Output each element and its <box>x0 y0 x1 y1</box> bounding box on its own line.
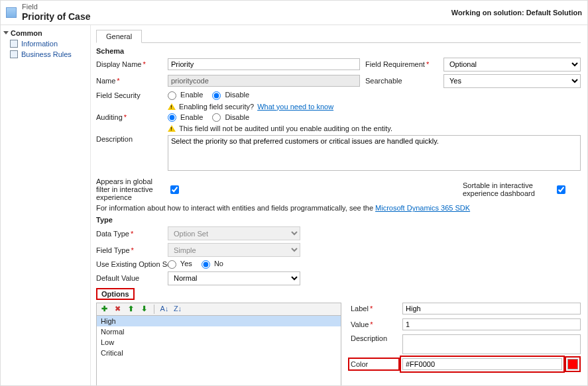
label-data-type: Data Type* <box>96 230 162 238</box>
option-label-input[interactable] <box>402 303 581 314</box>
use-existing-no[interactable]: No <box>202 260 223 269</box>
header: Field Priority of Case Working on soluti… <box>1 1 587 25</box>
section-options: Options <box>96 288 135 300</box>
rules-icon <box>10 50 18 58</box>
label-default-value: Default Value <box>96 274 162 282</box>
description-textarea[interactable] <box>168 135 581 171</box>
label-use-existing: Use Existing Option Set <box>96 260 162 268</box>
sidebar-item-business-rules[interactable]: Business Rules <box>1 49 90 60</box>
header-text: Field Priority of Case <box>22 3 451 23</box>
sidebar-item-label: Information <box>21 40 58 48</box>
label-option-description: Description <box>351 334 397 342</box>
sidebar-group-common[interactable]: Common <box>1 28 90 38</box>
solution-label: Working on solution: Default Solution <box>451 9 582 17</box>
field-security-disable[interactable]: Disable <box>212 91 249 100</box>
default-value-select[interactable]: Normal <box>168 271 300 285</box>
label-auditing: Auditing* <box>96 113 162 121</box>
label-field-type: Field Type* <box>96 246 162 254</box>
fs-info-text: Enabling field security? <box>179 103 254 111</box>
main: General Schema Display Name* Field Requi… <box>91 25 587 386</box>
field-security-enable[interactable]: Enable <box>168 91 203 100</box>
options-panel: ✚ ✖ ⬆ ⬇ A↓ Z↓ HighNormalLowCritical <box>96 303 341 386</box>
option-item[interactable]: High <box>97 316 341 326</box>
option-move-down-button[interactable]: ⬇ <box>139 305 148 314</box>
breadcrumb: Field <box>22 3 451 11</box>
audit-info-text: This field will not be audited until you… <box>179 124 392 132</box>
label-global-filter: Appears in global filter in interactive … <box>96 177 162 201</box>
sidebar: Common Information Business Rules <box>1 25 91 386</box>
label-description: Description <box>96 135 162 143</box>
sortable-checkbox[interactable] <box>557 185 565 194</box>
label-option-color: Color <box>351 360 397 368</box>
searchable-select[interactable]: Yes <box>443 74 581 88</box>
field-requirement-select[interactable]: Optional <box>443 58 581 72</box>
section-type: Type <box>96 216 581 224</box>
option-details: Label* Value* Description Color <box>351 303 581 386</box>
sidebar-item-information[interactable]: Information <box>1 38 90 49</box>
label-sortable: Sortable in interactive experience dashb… <box>463 181 549 197</box>
auditing-enable[interactable]: Enable <box>168 113 203 122</box>
label-name: Name* <box>96 77 162 85</box>
sidebar-item-label: Business Rules <box>21 50 72 58</box>
page-title: Priority of Case <box>22 11 451 23</box>
label-searchable: Searchable <box>365 77 438 85</box>
info-icon <box>10 40 18 48</box>
section-schema: Schema <box>96 47 581 55</box>
label-field-requirement: Field Requirement* <box>365 60 438 68</box>
display-name-input[interactable] <box>168 58 360 70</box>
option-move-up-button[interactable]: ⬆ <box>126 305 135 314</box>
auditing-disable[interactable]: Disable <box>212 113 249 122</box>
label-option-label: Label* <box>351 305 397 313</box>
option-delete-button[interactable]: ✖ <box>113 305 122 314</box>
sidebar-group-label: Common <box>11 29 42 37</box>
global-filter-checkbox[interactable] <box>170 185 179 194</box>
option-value-input[interactable] <box>402 318 581 330</box>
name-input <box>168 75 360 87</box>
option-sort-asc-button[interactable]: A↓ <box>160 305 169 314</box>
label-field-security: Field Security <box>96 91 162 99</box>
label-option-value: Value* <box>351 320 397 328</box>
options-list[interactable]: HighNormalLowCritical <box>96 315 341 386</box>
warning-icon <box>168 125 176 132</box>
sdk-info: For information about how to interact wi… <box>96 204 581 212</box>
option-color-input[interactable] <box>402 358 562 370</box>
field-type-select: Simple <box>168 243 300 257</box>
entity-icon <box>6 7 17 18</box>
options-toolbar: ✚ ✖ ⬆ ⬇ A↓ Z↓ <box>96 303 341 315</box>
sdk-link[interactable]: Microsoft Dynamics 365 SDK <box>375 204 470 212</box>
tab-bar: General <box>96 29 581 43</box>
label-display-name: Display Name* <box>96 60 162 68</box>
option-item[interactable]: Critical <box>97 348 341 358</box>
option-color-swatch[interactable] <box>567 359 578 369</box>
use-existing-yes[interactable]: Yes <box>168 260 192 269</box>
option-item[interactable]: Normal <box>97 326 341 337</box>
tab-general[interactable]: General <box>96 30 142 43</box>
option-description-textarea[interactable] <box>402 334 581 354</box>
option-sort-desc-button[interactable]: Z↓ <box>173 305 182 314</box>
fs-info-link[interactable]: What you need to know <box>257 103 333 111</box>
warning-icon <box>168 103 176 110</box>
data-type-select: Option Set <box>168 226 300 240</box>
option-item[interactable]: Low <box>97 337 341 348</box>
option-add-button[interactable]: ✚ <box>99 305 109 314</box>
separator <box>154 305 154 314</box>
chevron-down-icon <box>3 31 9 34</box>
